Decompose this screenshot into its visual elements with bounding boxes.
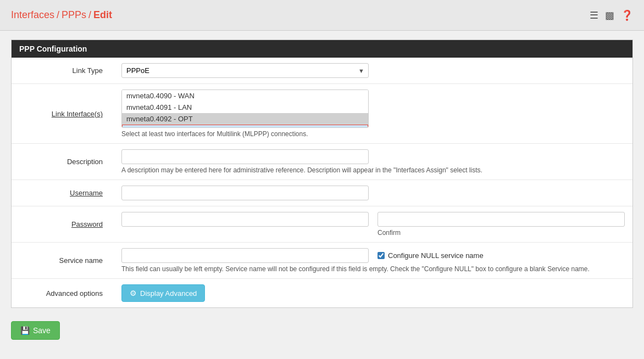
service-name-value: Configure NULL service name This field c… bbox=[114, 243, 632, 279]
breadcrumb-sep-1: / bbox=[57, 9, 59, 21]
section-header: PPP Configuration bbox=[12, 40, 632, 58]
form-table: Link Type PPPoE PPPoA PPTP L2TP ▼ bbox=[12, 58, 632, 307]
service-name-input[interactable] bbox=[121, 248, 369, 263]
multiselect-list[interactable]: mvneta0.4090 - WAN mvneta0.4091 - LAN mv… bbox=[121, 89, 369, 128]
username-link[interactable]: Username bbox=[70, 189, 103, 197]
link-type-value: PPPoE PPPoA PPTP L2TP ▼ bbox=[114, 58, 632, 84]
advanced-options-value: ⚙ Display Advanced bbox=[114, 279, 632, 308]
save-label: Save bbox=[33, 326, 51, 335]
link-interfaces-help: Select at least two interfaces for Multi… bbox=[121, 130, 625, 138]
list-item[interactable]: mvneta0.4092 - OPT bbox=[122, 113, 368, 125]
header-icons: ☰ ▩ ❓ bbox=[590, 9, 633, 21]
display-advanced-label: Display Advanced bbox=[140, 289, 197, 298]
service-name-help: This field can usually be left empty. Se… bbox=[121, 265, 625, 273]
link-interfaces-link[interactable]: Link Interface(s) bbox=[52, 110, 103, 118]
configure-null-text: Configure NULL service name bbox=[388, 251, 484, 260]
service-name-label: Service name bbox=[12, 243, 114, 279]
description-row: Description A description may be entered… bbox=[12, 144, 632, 180]
breadcrumb-sep-2: / bbox=[88, 9, 91, 21]
confirm-label: Confirm bbox=[377, 229, 625, 237]
link-type-label: Link Type bbox=[12, 58, 114, 84]
password-row: Password Confirm bbox=[12, 206, 632, 243]
description-input[interactable] bbox=[121, 149, 369, 164]
header: Interfaces / PPPs / Edit ☰ ▩ ❓ bbox=[0, 0, 644, 31]
password-label: Password bbox=[12, 206, 114, 243]
bar-chart-icon[interactable]: ▩ bbox=[605, 9, 614, 21]
password-inputs: Confirm bbox=[121, 212, 625, 237]
breadcrumb-ppps[interactable]: PPPs bbox=[62, 9, 86, 21]
advanced-row: ⚙ Display Advanced bbox=[121, 284, 625, 302]
service-name-inputs: Configure NULL service name bbox=[121, 248, 625, 263]
save-section: 💾 Save bbox=[11, 319, 633, 345]
gear-icon: ⚙ bbox=[130, 289, 137, 298]
link-interfaces-label: Link Interface(s) bbox=[12, 84, 114, 144]
link-interfaces-value: mvneta0.4090 - WAN mvneta0.4091 - LAN mv… bbox=[114, 84, 632, 144]
question-icon[interactable]: ❓ bbox=[621, 9, 633, 21]
configure-null-checkbox[interactable] bbox=[377, 252, 385, 259]
service-name-row: Service name Configure NULL service name… bbox=[12, 243, 632, 279]
save-icon: 💾 bbox=[20, 326, 30, 335]
password-confirm-input[interactable] bbox=[377, 212, 625, 227]
username-row: Username bbox=[12, 180, 632, 206]
password-col-2: Confirm bbox=[377, 212, 625, 237]
description-help: A description may be entered here for ad… bbox=[121, 166, 625, 174]
description-label: Description bbox=[12, 144, 114, 180]
username-label: Username bbox=[12, 180, 114, 206]
link-type-select-wrapper: PPPoE PPPoA PPTP L2TP ▼ bbox=[121, 63, 369, 78]
username-input[interactable] bbox=[121, 186, 369, 200]
display-advanced-button[interactable]: ⚙ Display Advanced bbox=[121, 284, 205, 302]
configure-null-label[interactable]: Configure NULL service name bbox=[377, 251, 484, 260]
save-button[interactable]: 💾 Save bbox=[11, 321, 60, 340]
link-type-row: Link Type PPPoE PPPoA PPTP L2TP ▼ bbox=[12, 58, 632, 84]
list-item-nbn[interactable]: mvneta0.2 - NBN bbox=[122, 125, 368, 128]
ppp-configuration-section: PPP Configuration Link Type PPPoE PPPoA … bbox=[11, 40, 633, 308]
advanced-options-row: Advanced options ⚙ Display Advanced bbox=[12, 279, 632, 308]
multiselect-wrapper: mvneta0.4090 - WAN mvneta0.4091 - LAN mv… bbox=[121, 89, 369, 128]
breadcrumb: Interfaces / PPPs / Edit bbox=[11, 9, 112, 21]
link-type-select[interactable]: PPPoE PPPoA PPTP L2TP bbox=[121, 63, 369, 78]
password-col-1 bbox=[121, 212, 369, 227]
sliders-icon[interactable]: ☰ bbox=[590, 9, 598, 21]
main-content: PPP Configuration Link Type PPPoE PPPoA … bbox=[0, 31, 644, 359]
section-title: PPP Configuration bbox=[19, 44, 87, 53]
breadcrumb-interfaces[interactable]: Interfaces bbox=[11, 9, 54, 21]
description-value: A description may be entered here for ad… bbox=[114, 144, 632, 180]
list-item[interactable]: mvneta0.4090 - WAN bbox=[122, 90, 368, 102]
advanced-options-label: Advanced options bbox=[12, 279, 114, 308]
list-item[interactable]: mvneta0.4091 - LAN bbox=[122, 102, 368, 113]
password-link[interactable]: Password bbox=[71, 220, 103, 228]
username-value bbox=[114, 180, 632, 206]
link-interfaces-row: Link Interface(s) mvneta0.4090 - WAN mvn… bbox=[12, 84, 632, 144]
breadcrumb-edit: Edit bbox=[93, 9, 112, 21]
password-input[interactable] bbox=[121, 212, 369, 227]
password-value: Confirm bbox=[114, 206, 632, 243]
